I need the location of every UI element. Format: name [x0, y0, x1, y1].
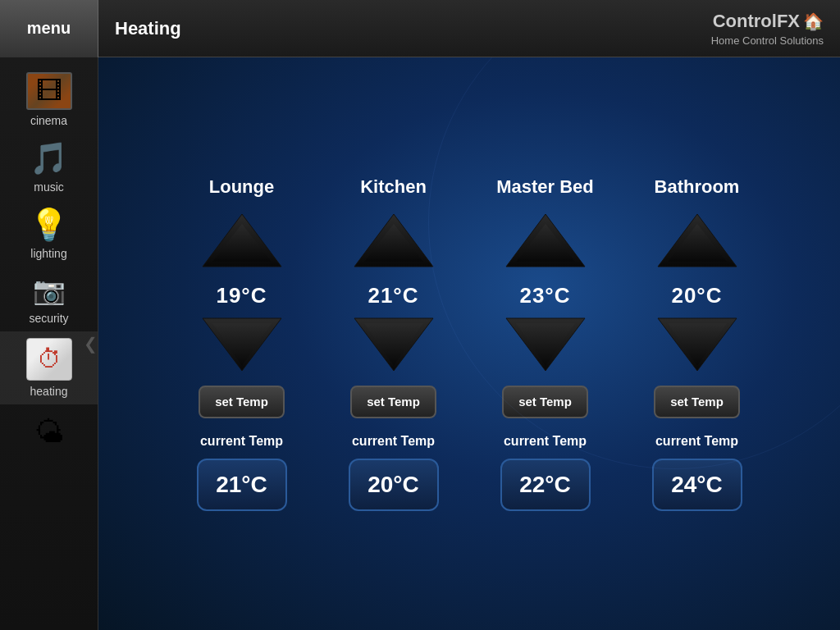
- current-temp-label-kitchen: current Temp: [352, 433, 435, 450]
- sidebar-label-security: security: [29, 312, 68, 325]
- logo: ControlFX🏠 Home Control Solutions: [711, 8, 824, 48]
- current-temp-value-bathroom: 24°C: [652, 459, 742, 511]
- temp-up-button-kitchen[interactable]: [353, 212, 435, 268]
- weather-icon: [26, 411, 72, 454]
- set-temp-value-bathroom: 20°C: [671, 283, 722, 308]
- room-column-lounge: Lounge 19°C: [178, 176, 305, 510]
- svg-marker-11: [516, 323, 575, 366]
- sidebar-item-cinema[interactable]: cinema: [0, 66, 98, 134]
- header: menu Heating ControlFX🏠 Home Control Sol…: [0, 0, 840, 57]
- menu-button[interactable]: menu: [0, 0, 98, 57]
- room-column-kitchen: Kitchen 21°C: [330, 176, 457, 510]
- temp-up-button-lounge[interactable]: [201, 212, 283, 268]
- menu-label: menu: [27, 19, 71, 38]
- svg-marker-15: [668, 323, 727, 366]
- room-column-masterbed: Master Bed 23°C: [482, 176, 609, 510]
- cinema-icon: [26, 72, 72, 110]
- sidebar-label-cinema: cinema: [30, 114, 67, 127]
- temp-down-button-masterbed[interactable]: [504, 317, 587, 372]
- room-name-masterbed: Master Bed: [496, 176, 594, 198]
- page-title: Heating: [98, 18, 181, 39]
- room-name-bathroom: Bathroom: [655, 176, 740, 198]
- sidebar-label-heating: heating: [30, 385, 68, 398]
- temp-down-button-bathroom[interactable]: [656, 317, 738, 372]
- sidebar-item-music[interactable]: 🎵 music: [0, 134, 98, 200]
- current-temp-value-lounge: 21°C: [197, 459, 287, 511]
- current-temp-label-bathroom: current Temp: [655, 433, 738, 450]
- sidebar-item-lighting[interactable]: 💡 lighting: [0, 200, 98, 267]
- rooms-grid: Lounge 19°C: [178, 176, 760, 510]
- room-name-lounge: Lounge: [209, 176, 274, 198]
- current-temp-label-lounge: current Temp: [200, 433, 283, 450]
- temp-down-button-lounge[interactable]: [201, 317, 283, 372]
- sidebar-item-security[interactable]: security: [0, 267, 98, 331]
- set-temp-button-kitchen[interactable]: set Temp: [350, 386, 436, 418]
- current-temp-value-masterbed: 22°C: [500, 459, 591, 511]
- heating-icon: [26, 338, 72, 381]
- temp-up-button-bathroom[interactable]: [656, 212, 738, 268]
- svg-marker-3: [212, 323, 272, 366]
- sidebar-label-lighting: lighting: [30, 247, 66, 260]
- logo-name: ControlFX🏠: [711, 8, 824, 34]
- main-content: Lounge 19°C: [98, 57, 840, 630]
- lighting-icon: 💡: [30, 207, 68, 243]
- music-icon: 🎵: [30, 140, 68, 176]
- room-column-bathroom: Bathroom 20°C: [633, 176, 760, 510]
- set-temp-value-masterbed: 23°C: [519, 283, 570, 308]
- current-temp-value-kitchen: 20°C: [349, 459, 439, 511]
- svg-marker-7: [364, 323, 423, 366]
- set-temp-value-lounge: 19°C: [216, 283, 267, 308]
- room-name-kitchen: Kitchen: [360, 176, 427, 198]
- set-temp-value-kitchen: 21°C: [368, 283, 418, 308]
- sidebar-item-weather[interactable]: [0, 404, 98, 464]
- set-temp-button-bathroom[interactable]: set Temp: [654, 386, 740, 418]
- set-temp-button-lounge[interactable]: set Temp: [199, 386, 285, 418]
- sidebar-label-music: music: [34, 180, 64, 194]
- current-temp-label-masterbed: current Temp: [504, 433, 587, 450]
- temp-down-button-kitchen[interactable]: [353, 317, 435, 372]
- logo-house-icon: 🏠: [803, 9, 824, 32]
- temp-up-button-masterbed[interactable]: [504, 212, 587, 268]
- sidebar-collapse-chevron[interactable]: ❮: [84, 334, 98, 354]
- logo-subtitle: Home Control Solutions: [711, 34, 824, 48]
- security-icon: [26, 273, 72, 308]
- set-temp-button-masterbed[interactable]: set Temp: [502, 386, 588, 418]
- sidebar: cinema 🎵 music 💡 lighting security heati…: [0, 57, 98, 630]
- main-layout: cinema 🎵 music 💡 lighting security heati…: [0, 57, 840, 630]
